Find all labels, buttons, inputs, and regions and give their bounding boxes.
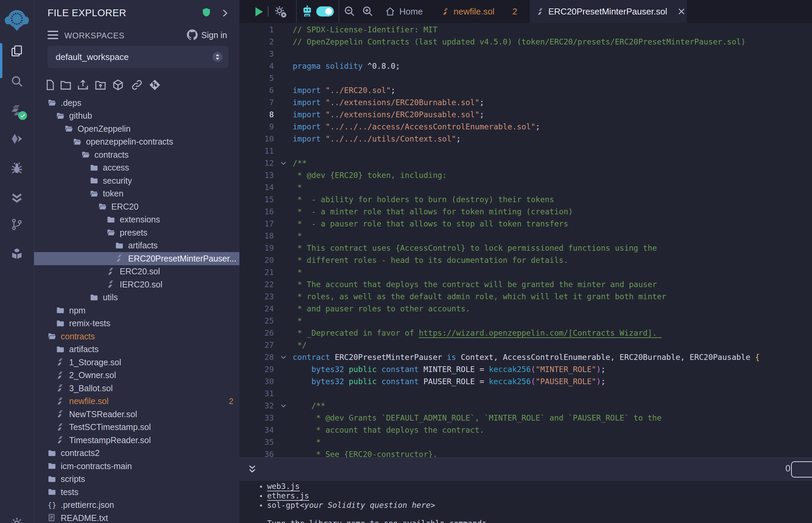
code-line[interactable]: 3 [240,48,812,60]
tree-item[interactable]: tests [34,486,240,499]
deploy-and-run-icon[interactable] [11,132,23,145]
code-line[interactable]: 16 * - a minter role that allows for tok… [240,205,812,218]
code-line[interactable]: 29 bytes32 public constant MINTER_ROLE =… [240,363,812,375]
code-line[interactable]: 33 * @dev Grants `DEFAULT_ADMIN_ROLE`, `… [240,412,812,424]
solidity-unit-testing-icon[interactable] [11,192,23,204]
tab-erc20presetminterpauser-sol[interactable]: ERC20PresetMinterPauser.sol [530,0,687,23]
sign-in-button[interactable]: Sign in [201,30,227,40]
code-line[interactable]: 19 * This contract uses {AccessControl} … [240,242,812,254]
workspace-select[interactable]: default_workspace [48,46,228,68]
code-line[interactable]: 8import "../extensions/ERC20Pausable.sol… [240,109,812,121]
code-line[interactable]: 36 * See {ERC20-constructor}. [240,448,812,458]
tree-item[interactable]: security [34,174,240,187]
git-diamond-icon[interactable] [149,79,161,91]
close-icon[interactable] [677,7,686,16]
code-line[interactable]: 13 * @dev {ERC20} token, including: [240,169,812,181]
code-line[interactable]: 31 [240,387,812,400]
terminal-search-input[interactable] [791,461,812,477]
tree-item[interactable]: extensions [34,213,240,227]
tree-item[interactable]: contracts [34,148,240,161]
code-line[interactable]: 14 * [240,181,812,194]
code-line[interactable]: 22 * The account that deploys the contra… [240,278,812,290]
tree-item[interactable]: 2_Owner.sol [34,369,240,382]
tab-home[interactable]: Home [377,0,431,23]
remix-logo[interactable] [4,7,29,32]
code-line[interactable]: 26 * _Deprecated in favor of https://wiz… [240,327,812,339]
zoom-in-icon[interactable] [361,5,374,18]
tree-item[interactable]: contracts [34,330,240,343]
code-line[interactable]: 21 * [240,266,812,278]
code-line[interactable]: 5 [240,72,812,84]
tree-item[interactable]: ERC20 [34,200,240,213]
tree-item[interactable]: utils [34,291,240,304]
tree-item[interactable]: artifacts [34,239,240,252]
github-octocat-icon[interactable] [186,28,199,41]
code-line[interactable]: 35 * [240,436,812,448]
code-line[interactable]: 12/** [240,157,812,169]
code-line[interactable]: 7import "../extensions/ERC20Burnable.sol… [240,96,812,109]
tree-item[interactable]: ERC20.sol [34,265,240,278]
code-line[interactable]: 34 * account that deploys the contract. [240,424,812,436]
upload-folder-icon[interactable] [94,79,107,91]
zoom-out-icon[interactable] [343,5,356,18]
code-line[interactable]: 6import "../ERC20.sol"; [240,84,812,96]
tab-newfile-sol[interactable]: newfile.sol 2 [434,0,525,23]
script-config-gear-icon[interactable] [274,5,287,18]
hamburger-menu-icon[interactable] [48,30,59,40]
search-icon[interactable] [11,75,23,88]
code-line[interactable]: 18 * [240,230,812,242]
tree-item[interactable]: IERC20.sol [34,278,240,291]
run-script-button[interactable] [252,5,265,18]
code-line[interactable]: 11 [240,145,812,157]
fold-chevron-icon[interactable] [274,404,293,408]
new-folder-icon[interactable] [60,79,72,91]
terminal-expand-chevrons-icon[interactable] [247,464,258,475]
code-line[interactable]: 30 bytes32 public constant PAUSER_ROLE =… [240,375,812,387]
code-line[interactable]: 4pragma solidity ^0.8.0; [240,60,812,72]
tree-item[interactable]: remix-tests [34,317,240,330]
chevron-right-icon[interactable] [219,8,230,18]
code-line[interactable]: 24 * and pauser roles to other accounts. [240,303,812,315]
tree-item[interactable]: {}.prettierrc.json [34,499,240,512]
tree-item[interactable]: OpenZeppelin [34,122,240,136]
tree-item[interactable]: 3_Ballot.sol [34,382,240,395]
tree-item[interactable]: presets [34,226,240,239]
code-line[interactable]: 28contract ERC20PresetMinterPauser is Co… [240,351,812,363]
file-explorer-icon[interactable] [11,44,23,57]
upload-file-icon[interactable] [77,79,89,91]
fold-chevron-icon[interactable] [274,356,293,359]
tree-item[interactable]: icm-contracts-main [34,459,240,473]
tree-item[interactable]: newfile.sol2 [34,395,240,408]
code-line[interactable]: 32 /** [240,400,812,412]
tree-item[interactable]: contracts2 [34,447,240,460]
tree-item[interactable]: .deps [34,96,240,109]
terminal-link[interactable]: ethers.js [267,491,309,500]
code-line[interactable]: 27 */ [240,339,812,351]
fold-chevron-icon[interactable] [274,161,293,165]
tree-item[interactable]: github [34,109,240,123]
tree-item[interactable]: NewTSReader.sol [34,408,240,421]
tree-item[interactable]: TimestampReader.sol [34,434,240,447]
code-line[interactable]: 25 * [240,315,812,327]
code-line[interactable]: 23 * roles, as well as the default admin… [240,290,812,303]
code-line[interactable]: 17 * - a pauser role that allows to stop… [240,218,812,230]
code-line[interactable]: 9import "../../../access/AccessControlEn… [240,121,812,133]
tree-item[interactable]: README.txt [34,511,240,523]
plugin-manager-icon[interactable] [11,247,23,260]
tree-item[interactable]: artifacts [34,343,240,356]
link-icon[interactable] [131,79,143,91]
code-editor[interactable]: 1// SPDX-License-Identifier: MIT2// Open… [240,23,812,458]
tree-item[interactable]: ERC20PresetMinterPauser... [34,252,240,265]
ipfs-cube-icon[interactable] [112,79,124,91]
code-line[interactable]: 1// SPDX-License-Identifier: MIT [240,23,812,36]
tree-item[interactable]: npm [34,304,240,317]
code-line[interactable]: 10import "../../../utils/Context.sol"; [240,133,812,145]
code-line[interactable]: 20 * different roles - head to its docum… [240,254,812,266]
tree-item[interactable]: access [34,161,240,175]
code-line[interactable]: 2// OpenZeppelin Contracts (last updated… [240,36,812,48]
debugger-icon[interactable] [11,162,23,175]
ai-copilot-toggle[interactable] [316,6,334,17]
terminal-link[interactable]: web3.js [267,482,300,491]
terminal-output[interactable]: •web3.js•ethers.js•sol-gpt <your Solidit… [240,481,812,523]
tree-item[interactable]: TestSCTimestamp.sol [34,421,240,434]
